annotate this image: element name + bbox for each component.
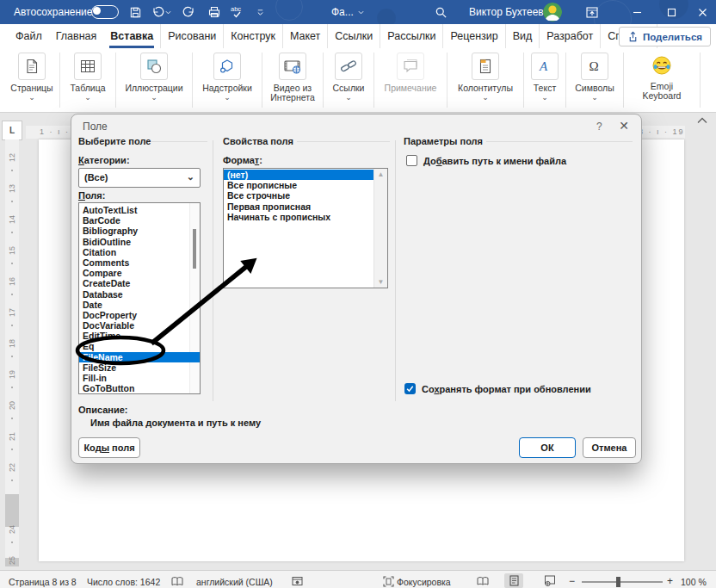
group-rule <box>486 141 633 142</box>
ribbon-button-illustrations[interactable]: Иллюстрации ⌄ <box>117 48 191 112</box>
spellcheck-button[interactable]: abc <box>231 0 246 24</box>
field-item[interactable]: DocVariable <box>79 320 200 331</box>
ribbon-tab[interactable]: Рассылки <box>380 24 442 48</box>
ribbon-button-addins[interactable]: Надстройки ⌄ <box>194 48 261 112</box>
zoom-in-button[interactable]: + <box>667 575 673 587</box>
wordart-icon: A <box>531 53 559 80</box>
ribbon-tab[interactable]: Ссылки <box>327 24 380 48</box>
add-path-label[interactable]: Добавить путь к имени файла <box>423 156 566 166</box>
maximize-button[interactable] <box>661 0 682 24</box>
ribbon-tab[interactable]: Конструк <box>223 24 282 48</box>
keep-format-label[interactable]: Сохранять формат при обновлении <box>422 384 591 394</box>
ribbon-button-text[interactable]: A Текст ⌄ <box>525 48 565 112</box>
format-item[interactable]: (нет) <box>224 170 374 180</box>
field-item[interactable]: BidiOutline <box>79 237 200 247</box>
page-indicator[interactable]: Страница 8 из 8 <box>9 577 77 587</box>
word-count[interactable]: Число слов: 1642 <box>87 577 160 587</box>
scrollbar-thumb[interactable] <box>193 229 196 269</box>
format-item[interactable]: Первая прописная <box>224 201 374 212</box>
field-item[interactable]: CreateDate <box>79 278 200 288</box>
proofing-icon[interactable] <box>171 576 183 588</box>
ribbon-button-online-video[interactable]: Видео из Интернета <box>263 48 322 112</box>
scrollbar-track[interactable]: ▲ ▼ <box>373 169 387 288</box>
format-listbox[interactable]: ▲ ▼ (нет)Все прописныеВсе строчныеПервая… <box>223 168 388 288</box>
field-item[interactable]: Eq <box>79 341 200 351</box>
zoom-slider[interactable] <box>582 581 663 583</box>
field-item[interactable]: BarCode <box>79 215 200 226</box>
redo-button[interactable] <box>182 0 195 24</box>
format-item[interactable]: Все прописные <box>224 180 374 190</box>
field-item[interactable]: DocProperty <box>79 310 200 320</box>
undo-button[interactable] <box>151 0 171 24</box>
ribbon-button-pages[interactable]: Страницы ⌄ <box>5 48 59 112</box>
ribbon-tab[interactable]: Вид <box>505 24 540 48</box>
fields-listbox[interactable]: AutoTextListBarCodeBibliographyBidiOutli… <box>78 202 201 394</box>
focus-mode-button[interactable]: Фокусировка <box>397 577 451 587</box>
macro-record-icon[interactable] <box>292 576 303 588</box>
group-separator <box>115 53 116 108</box>
zoom-slider-thumb[interactable] <box>616 577 620 587</box>
ribbon-button-header-footer[interactable]: Колонтитулы ⌄ <box>448 48 522 112</box>
dialog-close-button[interactable]: ✕ <box>619 119 629 133</box>
quick-access-more-button[interactable] <box>256 0 264 24</box>
ok-button[interactable]: ОК <box>519 437 576 458</box>
field-item[interactable]: Citation <box>79 247 200 257</box>
print-button[interactable] <box>207 0 221 24</box>
zoom-out-button[interactable]: − <box>569 575 575 587</box>
field-item[interactable]: Bibliography <box>79 226 200 236</box>
language-indicator[interactable]: английский (США) <box>196 577 273 587</box>
field-item[interactable]: Date <box>79 300 200 310</box>
field-item[interactable]: EditTime <box>79 331 200 341</box>
ribbon-tab[interactable]: Разработ <box>539 24 600 48</box>
document-title-menu[interactable]: Фа... <box>331 0 364 24</box>
format-item[interactable]: Все строчные <box>224 190 374 201</box>
field-item[interactable]: GoToButton <box>79 383 200 393</box>
maximize-icon <box>667 8 676 17</box>
dialog-help-button[interactable]: ? <box>596 121 602 133</box>
tab-stop-selector[interactable]: L <box>2 121 22 140</box>
scroll-up-icon[interactable]: ▲ <box>374 170 387 178</box>
account-name[interactable]: Виктор Бухтеев <box>469 0 544 24</box>
zoom-level[interactable]: 100 % <box>681 577 707 587</box>
field-item[interactable]: AutoTextList <box>79 205 200 215</box>
save-button[interactable] <box>129 0 142 24</box>
add-path-checkbox[interactable] <box>406 155 417 166</box>
read-mode-button[interactable] <box>473 573 492 588</box>
avatar[interactable] <box>543 3 562 22</box>
ribbon-display-options-button[interactable] <box>582 0 602 24</box>
field-item[interactable]: Compare <box>79 268 200 278</box>
format-item[interactable]: Начинать с прописных <box>224 212 374 222</box>
category-select[interactable]: (Все)⌄ <box>78 168 201 188</box>
field-codes-button[interactable]: Коды поля <box>78 437 140 458</box>
share-button[interactable]: Поделиться <box>619 27 711 46</box>
ribbon-tab[interactable]: Файл <box>9 24 49 48</box>
ribbon-tab[interactable]: Макет <box>282 24 327 48</box>
v-ruler-number: 17 <box>8 306 16 319</box>
ribbon-button-table[interactable]: Таблица ⌄ <box>61 48 114 112</box>
search-button[interactable] <box>435 0 448 24</box>
svg-text:Ω: Ω <box>589 59 599 73</box>
field-item[interactable]: Comments <box>79 257 200 268</box>
ribbon-tab[interactable]: Рисовани <box>160 24 223 48</box>
ribbon-tab[interactable]: Главная <box>49 24 104 48</box>
print-layout-button[interactable] <box>504 573 523 588</box>
minimize-button[interactable] <box>626 0 647 24</box>
field-item[interactable]: Database <box>79 289 200 300</box>
field-item[interactable]: Fill-in <box>79 373 200 383</box>
autosave-toggle[interactable] <box>91 0 119 24</box>
ribbon-button-label: Надстройки <box>202 84 252 93</box>
ribbon-button-links[interactable]: Ссылки ⌄ <box>324 48 373 112</box>
field-item[interactable]: FileName <box>79 352 200 362</box>
ribbon-tab[interactable]: Рецензир <box>442 24 504 48</box>
cancel-button[interactable]: Отмена <box>583 437 636 458</box>
ribbon-button-emoji-keyboard[interactable]: Emoji Keyboard <box>625 48 699 112</box>
ribbon-button-symbols[interactable]: Ω Символы ⌄ <box>567 48 622 112</box>
scroll-down-icon[interactable]: ▼ <box>374 278 387 286</box>
field-item[interactable]: FileSize <box>79 362 200 373</box>
search-icon <box>435 6 448 19</box>
collapse-ribbon-button[interactable] <box>694 115 711 127</box>
web-layout-button[interactable] <box>540 573 559 588</box>
keep-format-checkbox[interactable] <box>404 383 416 394</box>
close-button[interactable] <box>692 0 713 24</box>
ribbon-tab[interactable]: Вставка <box>103 24 160 48</box>
